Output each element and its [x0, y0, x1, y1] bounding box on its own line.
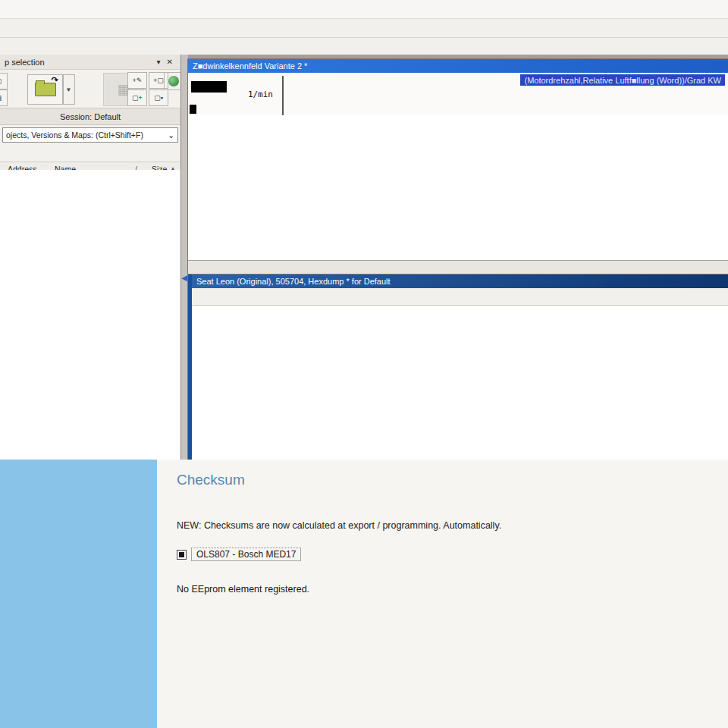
open-project-button[interactable] — [27, 74, 64, 105]
map-axis-header: 1/min (Motordrehzahl,Relative Luftf■llun… — [188, 73, 728, 116]
scope-dropdown[interactable]: ojects, Versions & Maps: (Ctrl+Shift+F) … — [2, 127, 178, 143]
panel-menu-icon[interactable]: ▾ — [154, 58, 164, 66]
axis-unit-label: 1/min — [211, 89, 273, 99]
redaction-box-2 — [190, 105, 196, 114]
map-window: Z■dwinkelkennfeld Variante 2 * 1/min (Mo… — [188, 59, 728, 275]
hexdump-toolbar — [192, 288, 728, 306]
panel-title: p selection — [5, 58, 45, 67]
hexdump-title: Seat Leon (Original), 505704, Hexdump * … — [196, 277, 391, 286]
session-bar: Session: Default — [0, 108, 180, 125]
send-window-button[interactable]: ▢▪ — [149, 89, 168, 106]
axis-divider — [282, 76, 284, 115]
scope-dropdown-label: ojects, Versions & Maps: (Ctrl+Shift+F) — [6, 130, 143, 140]
export-map-button[interactable]: ▢+ — [127, 89, 147, 106]
page-title: Checksum — [177, 472, 728, 488]
checksum-panel: Checksum NEW: Checksums are now calculat… — [0, 460, 728, 728]
clipped-icon[interactable]: ▢ — [0, 73, 8, 89]
wizard-sidebar — [0, 460, 157, 728]
close-icon[interactable]: ✕ — [164, 58, 176, 66]
add-map-button[interactable]: +✎ — [127, 72, 147, 89]
menu-bar — [0, 0, 728, 19]
hexdump-window: Seat Leon (Original), 505704, Hexdump * … — [188, 275, 728, 460]
map-window-titlebar[interactable]: Z■dwinkelkennfeld Variante 2 * — [188, 59, 728, 73]
ecu-checkbox[interactable] — [177, 550, 187, 560]
checksum-content: Checksum NEW: Checksums are now calculat… — [157, 460, 728, 728]
hexdump-table[interactable] — [192, 306, 728, 460]
open-project-dropdown[interactable]: ▼ — [62, 74, 75, 105]
filter-row — [0, 144, 180, 162]
footer-note: No EEprom element registered. — [177, 584, 728, 595]
splitter[interactable]: ◀ — [181, 55, 188, 460]
map-list — [0, 170, 180, 460]
map-table[interactable] — [188, 115, 728, 261]
workspace: p selection ▾ ✕ ▢ ▣ ▼ ▦ +▢ ▢▪ +✎ — [0, 55, 728, 728]
open-folder-icon — [35, 83, 56, 96]
toolbar-format — [0, 19, 728, 38]
map-view-tabs — [188, 260, 728, 275]
online-button[interactable] — [164, 72, 181, 90]
ecu-group-row: OLS807 - Bosch MED17 — [177, 548, 728, 561]
collapse-arrow-icon[interactable]: ◀ — [181, 273, 187, 283]
ecu-group-label: OLS807 - Bosch MED17 — [191, 548, 301, 561]
winols-app: p selection ▾ ✕ ▢ ▣ ▼ ▦ +▢ ▢▪ +✎ — [0, 0, 728, 728]
hexdump-titlebar[interactable]: Seat Leon (Original), 505704, Hexdump * … — [192, 275, 728, 288]
map-window-title: Z■dwinkelkennfeld Variante 2 * — [193, 61, 307, 71]
panel-toolbar: ▢ ▣ ▼ ▦ +▢ ▢▪ +✎ ▢+ — [0, 70, 180, 108]
panel-title-bar: p selection ▾ ✕ — [0, 55, 180, 70]
intro-text: NEW: Checksums are now calculated at exp… — [177, 520, 728, 531]
clipped-icon-2[interactable]: ▣ — [0, 89, 8, 106]
axis-description-highlight: (Motordrehzahl,Relative Luftf■llung (Wor… — [520, 74, 725, 86]
map-selection-panel: p selection ▾ ✕ ▢ ▣ ▼ ▦ +▢ ▢▪ +✎ — [0, 55, 181, 460]
globe-icon — [168, 76, 179, 86]
chevron-down-icon: ⌄ — [168, 130, 174, 140]
